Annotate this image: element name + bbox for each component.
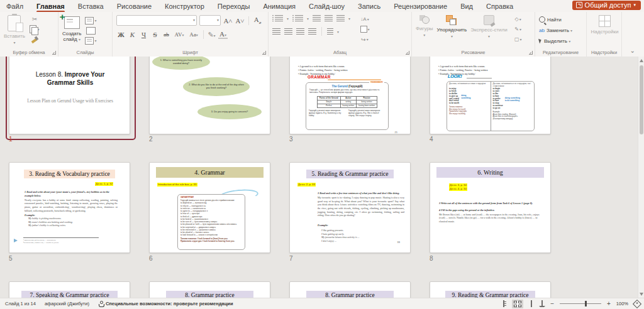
italic-button[interactable]: К	[128, 31, 137, 38]
vertical-scrollbar[interactable]	[638, 57, 644, 298]
tab-file[interactable]: Файл	[6, 3, 23, 10]
scroll-down-icon[interactable]	[640, 293, 643, 296]
slide-sorter-view-button[interactable]	[512, 300, 523, 308]
accessibility-status[interactable]: Специальные возможности: проверьте реком…	[98, 301, 233, 307]
reading-view-button[interactable]	[529, 300, 534, 308]
slide-number-3: 3	[289, 136, 293, 143]
slide1-title: Lesson 8. Improve Your Grammar Skills	[22, 70, 118, 87]
share-button[interactable]: Общий доступ ▾	[572, 1, 641, 10]
text-highlight-button[interactable]: ✎▾	[207, 31, 216, 39]
scroll-up-icon[interactable]	[640, 59, 643, 62]
font-size-combobox[interactable]	[199, 15, 221, 26]
bullets-button[interactable]	[272, 15, 283, 21]
dialog-launcher-icon[interactable]	[262, 51, 266, 55]
grammar-heading: GRAMMAR	[308, 75, 331, 79]
line-spacing-button[interactable]	[336, 15, 345, 21]
font-color-button[interactable]: А▾	[218, 30, 228, 39]
arrange-button[interactable]: Упорядочить ▾	[437, 15, 467, 48]
normal-view-button[interactable]	[501, 300, 506, 308]
columns-button[interactable]	[327, 28, 333, 35]
group-label-paragraph: Абзац	[269, 50, 411, 55]
tab-record[interactable]: Запись	[358, 3, 380, 10]
slide-thumbnail-5[interactable]: 3. Reading & Vocabulary practice Дз ex. …	[9, 162, 130, 253]
shape-outline-button[interactable]: ✎▾	[513, 25, 524, 33]
shapes-button[interactable]: Фигуры ▾	[416, 15, 433, 48]
dialog-launcher-icon[interactable]	[406, 51, 409, 55]
align-center-button[interactable]	[284, 28, 292, 35]
fit-to-window-icon[interactable]	[633, 299, 641, 308]
slide-thumbnail-9[interactable]: 7. Speaking & Grammar practice	[9, 281, 130, 298]
tab-review[interactable]: Рецензирование	[394, 3, 447, 10]
tab-draw[interactable]: Рисование	[117, 3, 152, 10]
slide-thumbnail-1[interactable]: Lesson 8. Improve Your Grammar Skills Le…	[9, 57, 130, 134]
increase-indent-button[interactable]	[325, 15, 333, 21]
zoom-slider-thumb[interactable]	[585, 301, 587, 306]
slide-thumbnail-4[interactable]: • A gerund is a verb form that acts like…	[430, 57, 551, 134]
slide-thumbnail-2[interactable]: 1. What is something you have recently a…	[149, 57, 270, 134]
slide-sorter: Lesson 8. Improve Your Grammar Skills Le…	[0, 57, 638, 298]
tab-animations[interactable]: Анимация	[263, 3, 296, 10]
tab-slideshow[interactable]: Слайд-шоу	[309, 3, 345, 10]
section-button[interactable]: ▾	[85, 36, 96, 45]
language-indicator[interactable]: афарский (Джибути)	[45, 301, 89, 306]
tab-design[interactable]: Конструктор	[165, 3, 204, 10]
format-painter-button[interactable]	[29, 35, 40, 43]
tab-view[interactable]: Вид	[460, 3, 473, 10]
select-button[interactable]: Выделить ▾	[539, 36, 584, 45]
accessibility-icon	[98, 301, 104, 307]
clear-formatting-button[interactable]: A⌀	[253, 16, 262, 24]
shape-fill-button[interactable]: ◇▾	[513, 15, 524, 23]
dialog-launcher-icon[interactable]	[529, 51, 533, 55]
align-left-button[interactable]	[272, 28, 280, 35]
align-text-button[interactable]: ▾	[359, 25, 370, 33]
shrink-font-button[interactable]: A˅	[235, 17, 245, 24]
numbering-button[interactable]	[292, 15, 303, 21]
font-name-combobox[interactable]	[116, 15, 197, 26]
replace-button[interactable]: abЗаменить ▾	[539, 26, 584, 35]
scrollbar-thumb[interactable]	[640, 65, 643, 134]
layout-button[interactable]: ▾	[85, 16, 96, 24]
decrease-indent-button[interactable]	[313, 15, 321, 21]
quick-styles-button[interactable]: Экспресс-стили ▾	[470, 15, 508, 48]
bold-button[interactable]: Ж	[116, 31, 126, 38]
collapse-ribbon-button[interactable]: ⌄	[630, 47, 635, 54]
slideshow-button[interactable]	[540, 300, 545, 308]
slide-thumbnail-3[interactable]: • A gerund is a verb form that acts like…	[289, 57, 411, 134]
slide-thumbnail-10[interactable]: 8. Grammar practice	[149, 281, 270, 298]
slide-thumbnail-11[interactable]: 8. Grammar practice	[289, 281, 411, 298]
change-case-button[interactable]: Aa▾	[187, 31, 200, 38]
underline-button[interactable]: Ч	[139, 31, 148, 38]
format-painter-icon	[31, 36, 38, 43]
slide-thumbnail-8[interactable]: 6. Writing Дз ex. 3, p. 34 Дз ex. 4, p. …	[430, 162, 551, 253]
copy-button[interactable]: ▾	[29, 25, 40, 33]
zoom-slider[interactable]	[560, 303, 601, 304]
reset-slide-button[interactable]	[85, 26, 96, 35]
slide-thumbnail-6[interactable]: 4. Grammar Introduction of the rule box,…	[149, 162, 270, 253]
tab-home[interactable]: Главная	[36, 3, 65, 10]
zoom-in-button[interactable]: +	[607, 301, 611, 307]
justify-button[interactable]	[308, 28, 316, 35]
zoom-level[interactable]: 100%	[616, 301, 628, 306]
new-slide-button[interactable]: Создатьслайд ▾	[62, 15, 81, 48]
addins-button[interactable]: Надстройки	[591, 15, 619, 48]
strikethrough-button[interactable]: S	[150, 31, 160, 38]
slide-thumbnail-12[interactable]: 9. Reading & Grammar practice	[430, 281, 551, 298]
find-button[interactable]: Найти	[539, 15, 584, 24]
dialog-launcher-icon[interactable]	[52, 51, 56, 55]
text-direction-button[interactable]: ↓A▾	[359, 15, 370, 23]
subscript-button[interactable]: ab	[162, 31, 171, 38]
paste-button[interactable]: Вставить ▾	[4, 15, 25, 48]
verbs-right-tag: doing something to do something	[505, 97, 520, 102]
shape-effects-button[interactable]: ▢▾	[513, 35, 524, 43]
slide-thumbnail-7[interactable]: 5. Reading & Grammar practice Дз ex. 2, …	[289, 162, 411, 253]
zoom-out-button[interactable]: −	[550, 301, 554, 307]
tab-transitions[interactable]: Переходы	[218, 3, 250, 10]
smartart-convert-button[interactable]: ↪▾	[359, 35, 370, 43]
grow-font-button[interactable]: A˄	[223, 17, 233, 24]
align-right-button[interactable]	[296, 28, 304, 35]
tab-insert[interactable]: Вставка	[78, 3, 104, 10]
cut-button[interactable]: ✂	[29, 15, 40, 23]
character-spacing-button[interactable]: AV▾	[173, 31, 186, 38]
question-oval-3: 3. Do you enjoy going to concerts?	[197, 104, 262, 119]
tab-help[interactable]: Справка	[486, 3, 513, 10]
